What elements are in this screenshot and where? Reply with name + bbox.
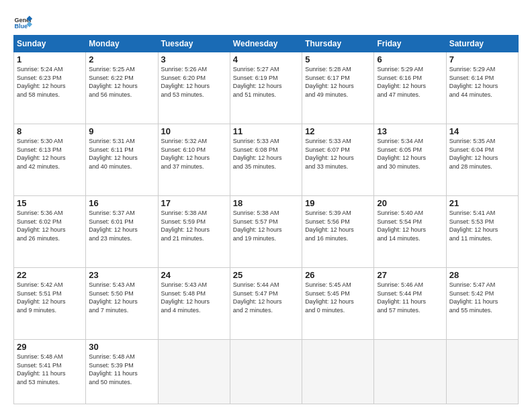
day-number: 30 bbox=[89, 342, 154, 352]
logo-icon: General Blue bbox=[13, 12, 32, 31]
day-number: 6 bbox=[377, 54, 443, 64]
day-number: 17 bbox=[161, 198, 227, 208]
calendar-day-cell bbox=[302, 340, 374, 404]
day-number: 18 bbox=[233, 198, 299, 208]
day-number: 10 bbox=[161, 126, 227, 136]
calendar-header-wednesday: Wednesday bbox=[230, 36, 302, 52]
day-info: Sunrise: 5:48 AMSunset: 5:39 PMDaylight:… bbox=[89, 353, 154, 386]
day-info: Sunrise: 5:46 AMSunset: 5:44 PMDaylight:… bbox=[377, 281, 443, 314]
calendar-week-row: 29Sunrise: 5:48 AMSunset: 5:41 PMDayligh… bbox=[14, 340, 519, 404]
day-number: 24 bbox=[161, 270, 227, 280]
calendar-week-row: 1Sunrise: 5:24 AMSunset: 6:23 PMDaylight… bbox=[14, 52, 519, 124]
day-info: Sunrise: 5:28 AMSunset: 6:17 PMDaylight:… bbox=[305, 65, 371, 99]
day-number: 1 bbox=[17, 54, 83, 64]
calendar-day-cell bbox=[230, 340, 302, 404]
day-info: Sunrise: 5:43 AMSunset: 5:50 PMDaylight:… bbox=[89, 281, 154, 314]
calendar-day-cell: 14Sunrise: 5:35 AMSunset: 6:04 PMDayligh… bbox=[446, 124, 518, 196]
calendar-week-row: 8Sunrise: 5:30 AMSunset: 6:13 PMDaylight… bbox=[14, 124, 519, 196]
calendar-day-cell bbox=[374, 340, 446, 404]
day-info: Sunrise: 5:31 AMSunset: 6:11 PMDaylight:… bbox=[89, 137, 154, 171]
day-number: 28 bbox=[449, 270, 515, 280]
calendar-day-cell: 19Sunrise: 5:39 AMSunset: 5:56 PMDayligh… bbox=[302, 196, 374, 268]
calendar-day-cell: 23Sunrise: 5:43 AMSunset: 5:50 PMDayligh… bbox=[86, 268, 158, 340]
day-info: Sunrise: 5:48 AMSunset: 5:41 PMDaylight:… bbox=[17, 353, 83, 386]
day-number: 3 bbox=[161, 54, 227, 64]
calendar-day-cell: 25Sunrise: 5:44 AMSunset: 5:47 PMDayligh… bbox=[230, 268, 302, 340]
day-info: Sunrise: 5:32 AMSunset: 6:10 PMDaylight:… bbox=[161, 137, 227, 171]
calendar-day-cell bbox=[446, 340, 518, 404]
day-info: Sunrise: 5:42 AMSunset: 5:51 PMDaylight:… bbox=[17, 281, 83, 314]
calendar-day-cell: 27Sunrise: 5:46 AMSunset: 5:44 PMDayligh… bbox=[374, 268, 446, 340]
day-info: Sunrise: 5:33 AMSunset: 6:08 PMDaylight:… bbox=[233, 137, 299, 171]
day-number: 27 bbox=[377, 270, 443, 280]
day-number: 16 bbox=[89, 198, 154, 208]
day-number: 7 bbox=[449, 54, 515, 64]
day-number: 20 bbox=[377, 198, 443, 208]
day-info: Sunrise: 5:38 AMSunset: 5:57 PMDaylight:… bbox=[233, 209, 299, 242]
day-info: Sunrise: 5:37 AMSunset: 6:01 PMDaylight:… bbox=[89, 209, 154, 242]
day-number: 22 bbox=[17, 270, 83, 280]
day-info: Sunrise: 5:34 AMSunset: 6:05 PMDaylight:… bbox=[377, 137, 443, 171]
calendar-week-row: 22Sunrise: 5:42 AMSunset: 5:51 PMDayligh… bbox=[14, 268, 519, 340]
calendar-header-tuesday: Tuesday bbox=[158, 36, 230, 52]
calendar-day-cell: 13Sunrise: 5:34 AMSunset: 6:05 PMDayligh… bbox=[374, 124, 446, 196]
day-number: 15 bbox=[17, 198, 83, 208]
svg-text:Blue: Blue bbox=[14, 23, 28, 30]
calendar-day-cell: 1Sunrise: 5:24 AMSunset: 6:23 PMDaylight… bbox=[14, 52, 86, 124]
day-number: 11 bbox=[233, 126, 299, 136]
day-info: Sunrise: 5:27 AMSunset: 6:19 PMDaylight:… bbox=[233, 65, 299, 99]
day-info: Sunrise: 5:43 AMSunset: 5:48 PMDaylight:… bbox=[161, 281, 227, 314]
day-info: Sunrise: 5:26 AMSunset: 6:20 PMDaylight:… bbox=[161, 65, 227, 99]
calendar-day-cell: 21Sunrise: 5:41 AMSunset: 5:53 PMDayligh… bbox=[446, 196, 518, 268]
day-info: Sunrise: 5:29 AMSunset: 6:16 PMDaylight:… bbox=[377, 65, 443, 99]
day-number: 12 bbox=[305, 126, 371, 136]
day-info: Sunrise: 5:25 AMSunset: 6:22 PMDaylight:… bbox=[89, 65, 154, 99]
calendar-day-cell: 17Sunrise: 5:38 AMSunset: 5:59 PMDayligh… bbox=[158, 196, 230, 268]
calendar-header-sunday: Sunday bbox=[14, 36, 86, 52]
day-info: Sunrise: 5:41 AMSunset: 5:53 PMDaylight:… bbox=[449, 209, 515, 242]
calendar-day-cell: 10Sunrise: 5:32 AMSunset: 6:10 PMDayligh… bbox=[158, 124, 230, 196]
day-number: 13 bbox=[377, 126, 443, 136]
day-number: 2 bbox=[89, 54, 154, 64]
calendar-day-cell: 6Sunrise: 5:29 AMSunset: 6:16 PMDaylight… bbox=[374, 52, 446, 124]
day-number: 26 bbox=[305, 270, 371, 280]
day-number: 21 bbox=[449, 198, 515, 208]
day-info: Sunrise: 5:36 AMSunset: 6:02 PMDaylight:… bbox=[17, 209, 83, 242]
day-info: Sunrise: 5:24 AMSunset: 6:23 PMDaylight:… bbox=[17, 65, 83, 99]
calendar-header-friday: Friday bbox=[374, 36, 446, 52]
calendar-header-thursday: Thursday bbox=[302, 36, 374, 52]
day-number: 23 bbox=[89, 270, 154, 280]
header: General Blue bbox=[13, 12, 519, 31]
calendar-day-cell: 3Sunrise: 5:26 AMSunset: 6:20 PMDaylight… bbox=[158, 52, 230, 124]
logo: General Blue bbox=[13, 12, 32, 31]
calendar-day-cell: 24Sunrise: 5:43 AMSunset: 5:48 PMDayligh… bbox=[158, 268, 230, 340]
calendar-header-monday: Monday bbox=[86, 36, 158, 52]
day-number: 29 bbox=[17, 342, 83, 352]
calendar-day-cell: 22Sunrise: 5:42 AMSunset: 5:51 PMDayligh… bbox=[14, 268, 86, 340]
calendar-day-cell: 7Sunrise: 5:29 AMSunset: 6:14 PMDaylight… bbox=[446, 52, 518, 124]
calendar-day-cell: 28Sunrise: 5:47 AMSunset: 5:42 PMDayligh… bbox=[446, 268, 518, 340]
calendar-day-cell: 4Sunrise: 5:27 AMSunset: 6:19 PMDaylight… bbox=[230, 52, 302, 124]
calendar-header-saturday: Saturday bbox=[446, 36, 518, 52]
calendar-day-cell: 8Sunrise: 5:30 AMSunset: 6:13 PMDaylight… bbox=[14, 124, 86, 196]
day-info: Sunrise: 5:45 AMSunset: 5:45 PMDaylight:… bbox=[305, 281, 371, 314]
day-info: Sunrise: 5:38 AMSunset: 5:59 PMDaylight:… bbox=[161, 209, 227, 242]
calendar-week-row: 15Sunrise: 5:36 AMSunset: 6:02 PMDayligh… bbox=[14, 196, 519, 268]
day-info: Sunrise: 5:44 AMSunset: 5:47 PMDaylight:… bbox=[233, 281, 299, 314]
calendar-day-cell: 11Sunrise: 5:33 AMSunset: 6:08 PMDayligh… bbox=[230, 124, 302, 196]
calendar-day-cell: 12Sunrise: 5:33 AMSunset: 6:07 PMDayligh… bbox=[302, 124, 374, 196]
calendar-day-cell: 30Sunrise: 5:48 AMSunset: 5:39 PMDayligh… bbox=[86, 340, 158, 404]
calendar-day-cell: 26Sunrise: 5:45 AMSunset: 5:45 PMDayligh… bbox=[302, 268, 374, 340]
calendar-day-cell: 20Sunrise: 5:40 AMSunset: 5:54 PMDayligh… bbox=[374, 196, 446, 268]
day-number: 4 bbox=[233, 54, 299, 64]
day-number: 14 bbox=[449, 126, 515, 136]
day-number: 25 bbox=[233, 270, 299, 280]
calendar-day-cell: 9Sunrise: 5:31 AMSunset: 6:11 PMDaylight… bbox=[86, 124, 158, 196]
calendar-day-cell: 2Sunrise: 5:25 AMSunset: 6:22 PMDaylight… bbox=[86, 52, 158, 124]
calendar-day-cell: 15Sunrise: 5:36 AMSunset: 6:02 PMDayligh… bbox=[14, 196, 86, 268]
calendar-day-cell: 18Sunrise: 5:38 AMSunset: 5:57 PMDayligh… bbox=[230, 196, 302, 268]
day-number: 8 bbox=[17, 126, 83, 136]
day-number: 5 bbox=[305, 54, 371, 64]
calendar-day-cell: 5Sunrise: 5:28 AMSunset: 6:17 PMDaylight… bbox=[302, 52, 374, 124]
calendar-day-cell: 16Sunrise: 5:37 AMSunset: 6:01 PMDayligh… bbox=[86, 196, 158, 268]
